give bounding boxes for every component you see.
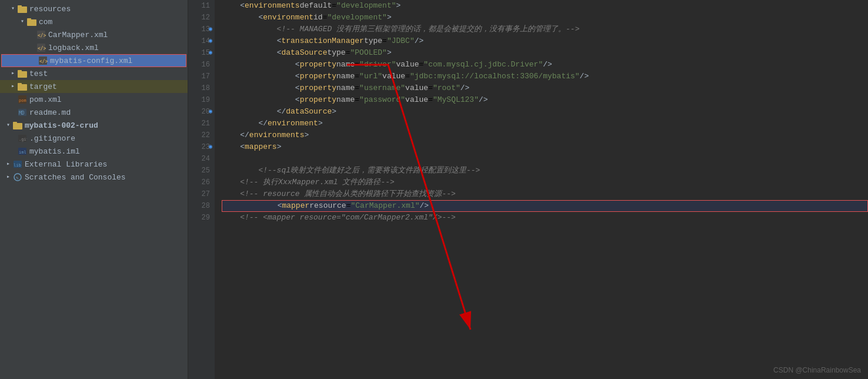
code-line: </environment> <box>222 118 868 129</box>
line-number: 20◉ <box>193 106 210 118</box>
sidebar-item-label: mybatis-002-crud <box>25 121 98 130</box>
line-number: 22 <box>193 129 210 141</box>
md-icon: MD <box>18 108 27 117</box>
sidebar-item-Scratches and Consoles[interactable]: ✎Scratches and Consoles <box>0 171 188 184</box>
code-line: <!-- 执行XxxMapper.xml 文件的路径--> <box>222 177 868 188</box>
scratches-icon: ✎ <box>13 172 22 182</box>
iml-icon: iml <box>18 147 27 156</box>
line-number: 27 <box>193 188 210 200</box>
code-line: <!-- <mapper resource="com/CarMapper2.xm… <box>222 212 868 224</box>
code-line: <!-- resource 属性自动会从类的根路径下开始查找资源--> <box>222 188 868 200</box>
line-number: 29 <box>193 212 210 224</box>
line-numbers: 111213◉14◉15◉1617181920◉212223◉242526272… <box>188 0 215 379</box>
code-line: <!-- MANAGED 没有用第三框架管理的话，都是会被提交的，没有事务上的管… <box>222 24 868 35</box>
sidebar-item-com[interactable]: com <box>0 15 188 28</box>
line-number: 21 <box>193 118 210 129</box>
code-line: </dataSource> <box>222 106 868 118</box>
svg-text:.git: .git <box>19 137 27 142</box>
sidebar-item-label: test <box>29 69 48 78</box>
sidebar-item-label: mybatis.iml <box>29 147 80 156</box>
sidebar-item-mybatis.iml[interactable]: imlmybatis.iml <box>0 145 188 158</box>
sidebar-item-logback.xml[interactable]: </>logback.xml <box>0 41 188 54</box>
code-line: <property name="url" value="jdbc:mysql:/… <box>222 71 868 82</box>
tree-arrow <box>9 70 16 77</box>
line-number: 11 <box>193 0 210 12</box>
folder-icon <box>18 82 27 91</box>
line-number: 17 <box>193 71 210 82</box>
svg-text:lib: lib <box>14 163 21 168</box>
sidebar-item-label: .gitignore <box>29 134 75 143</box>
pom-icon: pom <box>18 95 27 104</box>
svg-text:</>: </> <box>39 59 48 64</box>
sidebar-item-pom.xml[interactable]: pompom.xml <box>0 93 188 106</box>
code-line: <property name="password" value="MySQL12… <box>222 94 868 106</box>
sidebar-item-.gitignore[interactable]: .git.gitignore <box>0 132 188 145</box>
sidebar-item-label: mybatis-config.xml <box>50 56 132 65</box>
line-number: 28 <box>193 200 210 212</box>
sidebar-item-label: readme.md <box>29 108 71 117</box>
code-line: <mapper resource="CarMapper.xml"/> <box>222 200 868 212</box>
line-number: 19 <box>193 94 210 106</box>
line-number: 14◉ <box>193 35 210 47</box>
code-line <box>222 153 868 165</box>
svg-rect-3 <box>27 18 31 21</box>
xml-icon: </> <box>38 56 48 65</box>
code-line: <!--sql映射文件创建好之后，需要将该文件路径配置到这里--> <box>222 165 868 177</box>
tree-arrow <box>5 161 12 168</box>
tree-arrow <box>19 18 26 25</box>
xml-icon: </> <box>36 30 46 39</box>
sidebar-item-label: Scratches and Consoles <box>25 173 126 182</box>
svg-text:✎: ✎ <box>16 175 19 181</box>
watermark: CSDN @ChinaRainbowSea <box>773 366 861 374</box>
sidebar-item-External Libraries[interactable]: libExternal Libraries <box>0 158 188 171</box>
folder-icon <box>27 17 36 26</box>
sidebar-item-readme.md[interactable]: MDreadme.md <box>0 106 188 119</box>
xml-icon: </> <box>36 43 46 52</box>
sidebar-item-CarMapper.xml[interactable]: </>CarMapper.xml <box>0 28 188 41</box>
sidebar-item-mybatis-002-crud[interactable]: mybatis-002-crud <box>0 119 188 132</box>
sidebar-item-label: com <box>39 18 52 26</box>
code-editor: 111213◉14◉15◉1617181920◉212223◉242526272… <box>188 0 868 379</box>
code-content: <environments default="development"> <en… <box>215 0 868 379</box>
code-line: <mappers> <box>222 141 868 153</box>
svg-text:iml: iml <box>19 150 26 155</box>
tree-arrow <box>9 83 16 90</box>
code-line: <dataSource type="POOLED"> <box>222 47 868 59</box>
line-number: 15◉ <box>193 47 210 59</box>
sidebar-item-label: target <box>29 82 57 91</box>
sidebar-item-test[interactable]: test <box>0 67 188 80</box>
svg-text:</>: </> <box>38 46 46 51</box>
sidebar-item-label: logback.xml <box>48 44 99 52</box>
libs-icon: lib <box>13 159 22 169</box>
svg-rect-11 <box>18 70 22 72</box>
code-line: <environment id="development"> <box>222 12 868 24</box>
code-area: 111213◉14◉15◉1617181920◉212223◉242526272… <box>188 0 868 379</box>
project-sidebar[interactable]: resourcescom</>CarMapper.xml</>logback.x… <box>0 0 188 379</box>
sidebar-item-label: pom.xml <box>29 95 62 104</box>
line-number: 23◉ <box>193 141 210 153</box>
line-number: 13◉ <box>193 24 210 35</box>
code-line: <transactionManager type="JDBC"/> <box>222 35 868 47</box>
code-line: </environments> <box>222 129 868 141</box>
line-number: 25 <box>193 165 210 177</box>
sidebar-item-label: CarMapper.xml <box>48 31 108 39</box>
sidebar-item-label: External Libraries <box>25 160 107 169</box>
folder-icon <box>18 69 27 78</box>
svg-text:MD: MD <box>19 111 25 116</box>
tree-arrow <box>9 5 16 12</box>
line-number: 24 <box>193 153 210 165</box>
sidebar-item-mybatis-config.xml[interactable]: </>mybatis-config.xml <box>1 54 186 67</box>
svg-rect-13 <box>18 83 22 85</box>
sidebar-item-resources[interactable]: resources <box>0 2 188 15</box>
svg-rect-19 <box>13 122 17 124</box>
tree-arrow <box>5 122 12 129</box>
sidebar-item-target[interactable]: target <box>0 80 188 93</box>
sidebar-item-label: resources <box>29 5 71 14</box>
line-number: 12 <box>193 12 210 24</box>
line-number: 26 <box>193 177 210 188</box>
svg-rect-1 <box>18 5 22 8</box>
svg-text:</>: </> <box>38 33 46 38</box>
code-line: <environments default="development"> <box>222 0 868 12</box>
code-line: <property name="username" value="root"/> <box>222 82 868 94</box>
line-number: 16 <box>193 59 210 71</box>
